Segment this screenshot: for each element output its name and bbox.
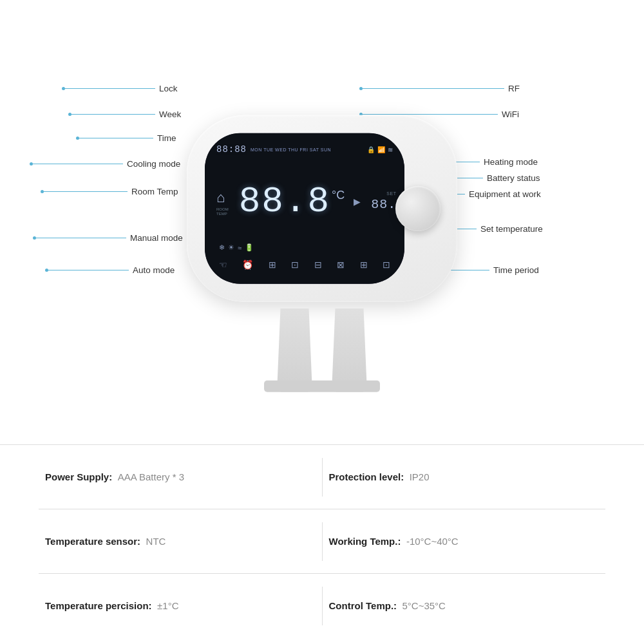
annotation-time: Time — [76, 133, 180, 143]
set-temp-label: Set temperature — [477, 224, 547, 234]
power-supply-label: Power Supply: — [45, 471, 112, 482]
manual-label: Manual mode — [126, 233, 187, 243]
lock-label: Lock — [155, 84, 182, 93]
screen-top-row: 88:88 MON TUE WED THU FRI SAT SUN 🔒 📶 ≋ — [216, 142, 393, 156]
time-line — [79, 138, 153, 138]
room-temp-line — [44, 191, 128, 192]
set-label: SET — [386, 191, 396, 195]
annotation-auto: Auto mode — [45, 265, 178, 275]
prog5-icon: ⊞ — [360, 260, 368, 270]
device-shell: 88:88 MON TUE WED THU FRI SAT SUN 🔒 📶 ≋ … — [187, 115, 457, 302]
prog2-icon: ⊡ — [291, 260, 299, 270]
protection-label: Protection level: — [329, 471, 404, 482]
stand-left-leg — [277, 308, 312, 392]
main-temp-display: 88.8 — [239, 183, 330, 219]
time-period-label: Time period — [489, 265, 543, 275]
annotation-manual: Manual mode — [33, 233, 187, 243]
prog6-icon: ⊡ — [383, 260, 390, 270]
screen-bottom-row: ☜ ⏰ ⊞ ⊡ ⊟ ⊠ ⊞ ⊡ — [216, 254, 393, 275]
annotation-cooling: Cooling mode — [30, 159, 184, 169]
rf-line — [363, 88, 504, 89]
annotation-room-temp: Room Temp — [41, 187, 182, 196]
mode-icons-row: ❄ ☀ ≈ 🔋 — [216, 243, 393, 252]
equipment-label: Equipment at work — [465, 189, 545, 199]
stand-right-leg — [332, 308, 367, 392]
cooling-line — [33, 164, 123, 164]
auto-line — [48, 270, 129, 270]
device-stand — [270, 308, 374, 392]
battery-screen-icon: 🔋 — [245, 243, 254, 252]
wave-icon: ≈ — [238, 243, 242, 251]
week-label: Week — [155, 109, 185, 119]
working-temp-value: -10°C~40°C — [406, 536, 459, 547]
battery-label: Battery status — [483, 173, 544, 183]
control-temp-value: 5°C~35°C — [402, 600, 446, 611]
clock-icon: ⏰ — [242, 260, 253, 270]
precision-value: ±1°C — [157, 600, 178, 611]
spec-sensor: Temperature sensor: NTC — [39, 536, 322, 547]
sensor-value: NTC — [146, 536, 166, 547]
spec-protection: Protection level: IP20 — [323, 471, 606, 483]
diagram-section: Lock Week Time Cooling mode Room Temp Ma… — [0, 0, 644, 438]
spec-working-temp: Working Temp.: -10°C~40°C — [323, 536, 606, 547]
sun-icon: ☀ — [228, 243, 234, 252]
protection-value: IP20 — [410, 471, 430, 482]
prog4-icon: ⊠ — [337, 260, 345, 270]
lcd-days-display: MON TUE WED THU FRI SAT SUN — [251, 147, 331, 151]
power-supply-value: AAA Battery * 3 — [118, 471, 184, 482]
wifi-screen-icon: ≋ — [388, 146, 393, 153]
rf-label: RF — [504, 84, 524, 93]
touch-icon: ☜ — [219, 260, 227, 270]
prog1-icon: ⊞ — [269, 260, 276, 270]
spec-precision: Temperature percision: ±1°C — [39, 600, 322, 612]
precision-label: Temperature percision: — [45, 600, 152, 611]
screen-bezel: 88:88 MON TUE WED THU FRI SAT SUN 🔒 📶 ≋ … — [205, 133, 404, 284]
screen-content: 88:88 MON TUE WED THU FRI SAT SUN 🔒 📶 ≋ … — [205, 133, 404, 284]
lock-icon: 🔒 — [367, 146, 375, 153]
annotation-lock: Lock — [62, 84, 182, 93]
lcd-top-icons: 🔒 📶 ≋ — [367, 146, 393, 153]
heating-label: Heating mode — [480, 157, 542, 167]
time-label: Time — [153, 133, 180, 143]
screen-mid-row: ⌂ ROOMTEMP 88.8 °C ▶ SET — [216, 159, 393, 243]
control-knob[interactable] — [395, 186, 440, 231]
thermostat-device: 88:88 MON TUE WED THU FRI SAT SUN 🔒 📶 ≋ … — [187, 115, 457, 315]
room-temp-text: ROOMTEMP — [216, 207, 229, 216]
wifi-label: WiFi — [498, 109, 523, 119]
room-temp-label: Room Temp — [128, 187, 182, 196]
lcd-time-display: 88:88 — [216, 144, 247, 155]
manual-line — [36, 238, 126, 238]
spec-control-temp: Control Temp.: 5°C~35°C — [323, 600, 606, 612]
sensor-label: Temperature sensor: — [45, 536, 140, 547]
working-temp-label: Working Temp.: — [329, 536, 401, 547]
stand-base — [264, 381, 380, 392]
home-icon: ⌂ — [216, 189, 225, 206]
specs-row-1: Power Supply: AAA Battery * 3 Protection… — [39, 445, 605, 509]
auto-label: Auto mode — [129, 265, 178, 275]
specs-row-2: Temperature sensor: NTC Working Temp.: -… — [39, 509, 605, 574]
main-degree: °C — [332, 188, 345, 202]
control-temp-label: Control Temp.: — [329, 600, 397, 611]
cooling-label: Cooling mode — [123, 159, 184, 169]
lock-line — [65, 88, 155, 89]
annotation-week: Week — [68, 109, 185, 119]
signal-icon: 📶 — [377, 146, 385, 153]
annotation-rf: RF — [359, 84, 524, 93]
spec-power-supply: Power Supply: AAA Battery * 3 — [39, 471, 322, 483]
snowflake-icon: ❄ — [219, 243, 225, 252]
specs-row-3: Temperature percision: ±1°C Control Temp… — [39, 574, 605, 638]
arrow-icon: ▶ — [354, 196, 361, 206]
specs-section: Power Supply: AAA Battery * 3 Protection… — [0, 444, 644, 644]
prog3-icon: ⊟ — [314, 260, 322, 270]
week-line — [71, 114, 155, 115]
